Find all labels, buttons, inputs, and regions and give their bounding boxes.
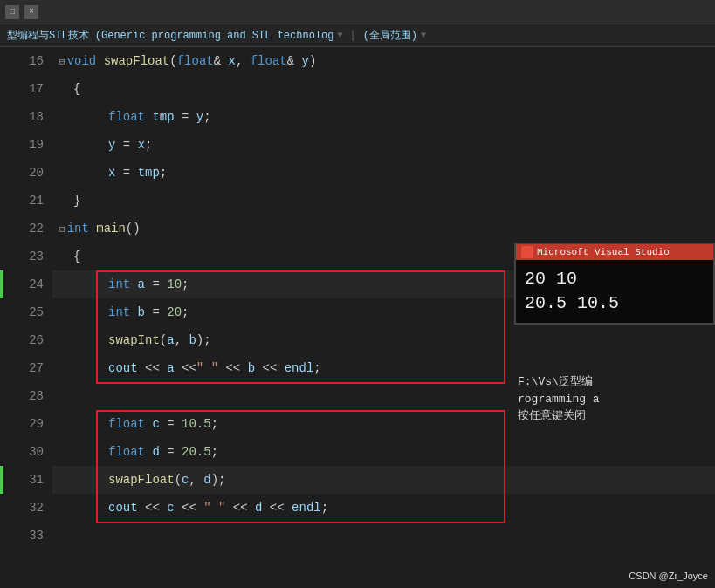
line-32: 32 (0, 494, 52, 522)
breadcrumb-bar: 型编程与STL技术 (Generic programming and STL t… (0, 24, 715, 47)
output-panel: Microsoft Visual Studio 20 10 20.5 10.5 (514, 243, 715, 325)
console-line1: F:\Vs\泛型编 (518, 373, 712, 391)
line-23: 23 (0, 243, 52, 270)
line-19: 19 (0, 131, 52, 159)
code-line-20: x = tmp ; (52, 159, 715, 187)
line-16: 16 (0, 47, 52, 75)
line-29: 29 (0, 410, 52, 438)
code-line-32: cout << c << " " << d << endl ; (52, 494, 715, 522)
output-panel-title: Microsoft Visual Studio (516, 244, 713, 260)
output-title-text: Microsoft Visual Studio (537, 247, 670, 257)
line-17: 17 (0, 75, 52, 103)
line-18: 18 (0, 103, 52, 131)
close-button[interactable]: × (24, 5, 38, 19)
watermark: CSDN @Zr_Joyce (629, 571, 708, 581)
line-30: 30 (0, 438, 52, 466)
output-line2: 20.5 10.5 (525, 291, 705, 316)
line-26: 26 (0, 326, 52, 354)
top-bar: □ × (0, 0, 715, 24)
console-text: F:\Vs\泛型编 rogramming a 按任意键关闭 (514, 370, 715, 428)
output-body: 20 10 20.5 10.5 (516, 260, 713, 323)
vs-icon (521, 246, 533, 258)
line-numbers-gutter: 16 17 18 19 20 21 22 23 24 25 26 27 28 2… (0, 47, 52, 588)
output-line1: 20 10 (525, 267, 705, 291)
line-22: 22 (0, 215, 52, 243)
code-line-21: } (52, 187, 715, 215)
line-31: 31 (0, 466, 52, 494)
line-25: 25 (0, 298, 52, 326)
line-21: 21 (0, 187, 52, 215)
editor-area: 16 17 18 19 20 21 22 23 24 25 26 27 28 2… (0, 47, 715, 588)
minimize-button[interactable]: □ (5, 5, 19, 19)
console-line2: rogramming a (518, 391, 712, 408)
breadcrumb-item2[interactable]: (全局范围) (363, 28, 417, 43)
code-line-16: ⊟ void swapFloat ( float & x , float & y… (52, 47, 715, 75)
breadcrumb-item1[interactable]: 型编程与STL技术 (Generic programming and STL t… (7, 28, 333, 43)
line-28: 28 (0, 382, 52, 410)
line-33: 33 (0, 522, 52, 550)
line-27: 27 (0, 354, 52, 382)
console-line3: 按任意键关闭 (518, 407, 712, 425)
dropdown-icon1[interactable]: ▼ (337, 31, 342, 40)
code-line-26: swapInt ( a , b ); (52, 326, 715, 354)
code-line-22: ⊟ int main () (52, 215, 715, 243)
line-20: 20 (0, 159, 52, 187)
code-line-30: float d = 20.5 ; (52, 438, 715, 466)
code-line-18: float tmp = y ; (52, 103, 715, 131)
code-line-31: swapFloat ( c , d ); (52, 466, 715, 494)
code-line-33 (52, 522, 715, 550)
code-line-19: y = x ; (52, 131, 715, 159)
code-line-17: { (52, 75, 715, 103)
dropdown-icon2[interactable]: ▼ (421, 31, 426, 40)
line-24: 24 (0, 270, 52, 298)
